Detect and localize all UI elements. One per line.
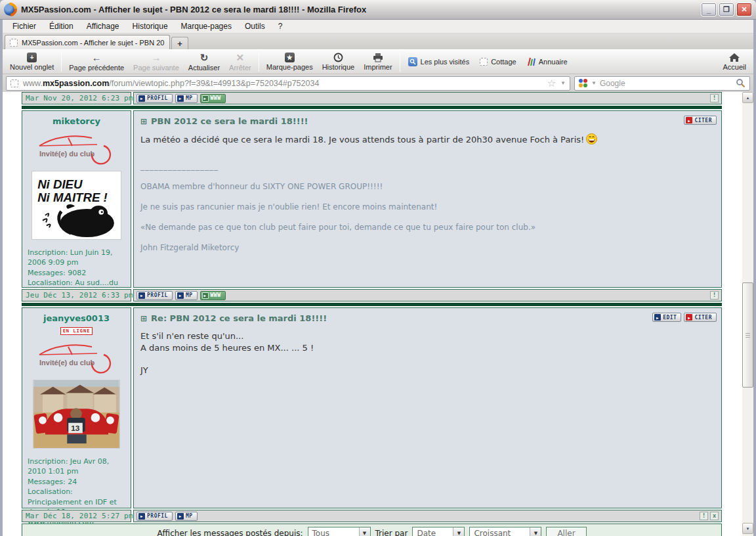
firefox-icon (4, 3, 16, 16)
post-title: ⊞ Re: PBN 2012 ce sera le mardi 18!!!! (140, 313, 715, 323)
url-input[interactable]: www.mx5passion.com/forum/viewtopic.php?f… (6, 76, 570, 91)
page-favicon (10, 79, 18, 87)
menu-affichage[interactable]: Affichage (81, 20, 125, 32)
svg-text:Invité(e) du club: Invité(e) du club (39, 359, 95, 367)
bookmark-item-cottage[interactable]: Cottage (474, 58, 522, 66)
arrow-icon: ▶ (686, 117, 692, 123)
svg-text:Ni DIEU: Ni DIEU (37, 177, 83, 191)
toolbar-separator (61, 52, 62, 72)
scroll-down-button[interactable]: ▼ (742, 523, 753, 534)
menu-aide[interactable]: ? (272, 20, 289, 32)
mp-button[interactable]: ▶MP (175, 512, 198, 521)
post-separator (22, 106, 722, 109)
sort-label: Trier par (375, 529, 408, 536)
avatar-image: Ni DIEU Ni MAITRE ! (32, 171, 121, 240)
bookmark-star-icon[interactable]: ☆ (547, 79, 556, 88)
menu-historique[interactable]: Historique (127, 20, 174, 32)
post-date: Mar Déc 18, 2012 5:27 pm (22, 510, 131, 522)
default-favicon-icon (480, 58, 488, 66)
author-name[interactable]: miketorcy (22, 116, 131, 126)
post-message: Et s'il n'en reste qu'un... A dans moins… (140, 330, 715, 376)
report-button[interactable]: ! (700, 512, 708, 520)
delete-button[interactable]: x (710, 512, 719, 520)
profil-button[interactable]: ▶PROFIL (136, 94, 173, 103)
post-footer-buttons: ▶PROFIL ▶MP ▶WWW ! (133, 289, 722, 302)
history-button[interactable]: Historique (318, 52, 360, 72)
menu-outils[interactable]: Outils (239, 20, 271, 32)
post-author-cell: jeanyves0013 EN LIGNE Invité(e) du club (22, 307, 131, 508)
home-icon (729, 53, 740, 62)
chevron-down-icon: ▼ (530, 527, 541, 536)
post-body-cell: ⊞ Re: PBN 2012 ce sera le mardi 18!!!! ▶… (133, 307, 722, 508)
filter-select[interactable]: Tous ▼ (308, 527, 371, 536)
report-button[interactable]: ! (710, 291, 719, 300)
rank-image-roadster: Invité(e) du club (34, 340, 119, 374)
post-row: miketorcy Invité(e) du club Ni DIEU Ni M… (22, 110, 722, 288)
bookmarks-button[interactable]: ★ Marque-pages (262, 52, 318, 72)
mp-button[interactable]: ▶MP (175, 291, 198, 300)
reload-icon: ↻ (200, 53, 209, 63)
post-footer-row: Mar Nov 20, 2012 6:23 pm ▶PROFIL ▶MP ▶WW… (22, 92, 722, 104)
edit-button[interactable]: ▶EDIT (652, 313, 681, 322)
post-row: jeanyves0013 EN LIGNE Invité(e) du club (22, 307, 722, 508)
minimize-button[interactable]: _ (701, 3, 717, 16)
star-square-icon: ★ (285, 53, 295, 62)
bookmark-item-annuaire[interactable]: Annuaire (522, 57, 573, 66)
post-body-cell: ⊞ PBN 2012 ce sera le mardi 18!!!! ▶CITE… (133, 110, 722, 288)
citer-button[interactable]: ▶CITER (684, 313, 717, 322)
new-tab-toolbar-button[interactable]: + Nouvel onglet (5, 52, 58, 72)
vertical-scrollbar[interactable]: ▲ ▼ (742, 92, 753, 536)
profil-button[interactable]: ▶PROFIL (136, 512, 173, 521)
print-button[interactable]: Imprimer (359, 52, 396, 72)
profil-button[interactable]: ▶PROFIL (136, 291, 173, 300)
mp-button[interactable]: ▶MP (175, 94, 198, 103)
post-author-cell: miketorcy Invité(e) du club Ni DIEU Ni M… (22, 110, 131, 288)
back-arrow-icon: ← (92, 53, 102, 63)
plus-square-icon: + (27, 53, 37, 62)
search-input[interactable] (600, 79, 732, 88)
new-tab-button[interactable]: + (171, 37, 188, 49)
arrow-icon: ▶ (202, 95, 209, 102)
go-button[interactable]: Aller (546, 527, 586, 536)
sort-select[interactable]: Date ▼ (412, 527, 465, 536)
stop-button[interactable]: ✕ Arrêter (224, 52, 256, 72)
forward-button[interactable]: → Page suivante (129, 52, 184, 72)
home-button[interactable]: Accueil (719, 53, 751, 72)
scroll-up-button[interactable]: ▲ (742, 92, 753, 103)
scrollbar-thumb[interactable] (742, 282, 753, 388)
rank-image-roadster: Invité(e) du club (34, 131, 119, 166)
search-box[interactable]: ▼ (574, 76, 750, 91)
magnifier-blue-icon (408, 57, 417, 66)
arrow-icon: ▶ (138, 513, 145, 520)
url-dropdown-icon[interactable]: ▼ (560, 80, 566, 86)
report-button[interactable]: ! (710, 94, 719, 102)
search-engine-dropdown-icon[interactable]: ▼ (591, 80, 597, 86)
arrow-icon: ▶ (686, 314, 692, 321)
menu-edition[interactable]: Édition (43, 20, 79, 32)
order-select[interactable]: Croissant ▼ (469, 527, 541, 536)
maximize-button[interactable]: ❐ (719, 3, 734, 16)
arrow-icon: ▶ (138, 95, 145, 102)
avatar-image: 13 (33, 380, 120, 449)
post-footer-row: Mar Déc 18, 2012 5:27 pm ▶PROFIL ▶MP ! x (22, 510, 722, 522)
back-button[interactable]: ← Page précédente (64, 52, 129, 72)
www-button[interactable]: ▶WWW (200, 94, 226, 103)
menu-marque-pages[interactable]: Marque-pages (175, 20, 238, 32)
search-go-icon[interactable] (736, 78, 746, 88)
post-title: ⊞ PBN 2012 ce sera le mardi 18!!!! (140, 116, 715, 126)
toolbar-separator (259, 52, 259, 72)
citer-button[interactable]: ▶CITER (684, 116, 717, 125)
author-name[interactable]: jeanyves0013 (22, 313, 131, 323)
stop-x-icon: ✕ (236, 53, 245, 63)
printer-icon (373, 53, 383, 62)
menu-fichier[interactable]: Fichier (7, 20, 42, 32)
reload-button[interactable]: ↻ Actualiser (184, 52, 224, 72)
close-button[interactable]: ✕ (736, 3, 752, 16)
tab-active[interactable]: MX5Passion.com - Afficher le sujet - PBN… (5, 35, 170, 49)
clock-icon (333, 53, 343, 62)
most-visited-button[interactable]: Les plus visités (403, 57, 475, 66)
www-button[interactable]: ▶WWW (200, 291, 226, 300)
tab-title: MX5Passion.com - Afficher le sujet - PBN… (22, 39, 165, 47)
forum-topic-table: Mar Nov 20, 2012 6:23 pm ▶PROFIL ▶MP ▶WW… (22, 92, 722, 536)
title-bar: MX5Passion.com - Afficher le sujet - PBN… (0, 0, 756, 20)
